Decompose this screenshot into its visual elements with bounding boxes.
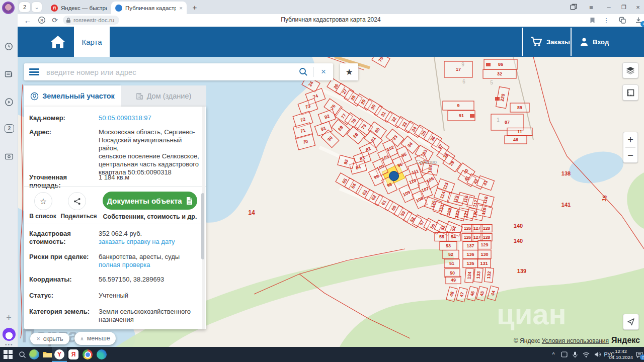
svg-text:127: 127 xyxy=(473,235,480,240)
user-icon xyxy=(579,37,589,47)
clear-search-icon[interactable]: × xyxy=(314,67,333,77)
side-panel-icon[interactable] xyxy=(566,0,581,14)
svg-text:139: 139 xyxy=(517,268,526,274)
tab-list-chevron[interactable]: ⌄ xyxy=(32,2,42,12)
extensions-icon[interactable] xyxy=(616,14,628,26)
browser-tab-active[interactable]: Публичная кадастров... × xyxy=(111,2,187,14)
date: 04.10.2024 xyxy=(609,354,633,360)
chrome-icon[interactable] xyxy=(82,348,94,360)
video-icon[interactable] xyxy=(4,97,14,107)
object-documents-button[interactable]: Документы объекта xyxy=(103,192,197,210)
close-tab-icon[interactable]: × xyxy=(179,5,183,11)
wifi-icon[interactable] xyxy=(582,348,591,360)
scrollbar-thumb[interactable] xyxy=(201,193,204,259)
tab-house[interactable]: Дом (здание) xyxy=(121,85,206,107)
svg-text:137: 137 xyxy=(466,243,474,248)
parcel-129: 129 xyxy=(478,241,491,249)
tray-expand-icon[interactable]: ^ xyxy=(549,348,557,360)
parcel-133: 133 xyxy=(474,267,483,282)
microphone-icon[interactable] xyxy=(571,348,580,360)
parcel-49: 49 xyxy=(446,277,461,284)
tab-title: Публичная кадастров... xyxy=(125,5,176,11)
tabs-counter-icon[interactable]: 2 xyxy=(5,124,14,133)
doc-button-label: Документы объекта xyxy=(107,197,182,205)
svg-text:127: 127 xyxy=(473,226,480,231)
tab-land-parcel[interactable]: Земельный участок xyxy=(24,85,121,107)
svg-text:87: 87 xyxy=(505,120,510,125)
svg-text:11: 11 xyxy=(517,129,522,134)
notifications-icon[interactable]: 2 xyxy=(634,348,644,360)
profile-avatar[interactable] xyxy=(2,2,15,14)
tab-karta[interactable]: Карта xyxy=(74,27,110,57)
divider xyxy=(24,186,206,187)
tab-counter[interactable]: 2 xyxy=(19,2,30,12)
document-icon xyxy=(186,197,193,205)
parcel-32: 32 xyxy=(483,69,516,78)
add-panel-icon[interactable]: + xyxy=(4,313,14,323)
layers-icon xyxy=(626,66,635,74)
browser-tab-yandex[interactable]: Я Яндекс — быстрый поиск xyxy=(47,2,111,14)
kebab-menu-icon[interactable]: ⋮ xyxy=(601,14,611,26)
globe-app-icon[interactable] xyxy=(28,348,40,360)
yandex-app-icon[interactable]: Я xyxy=(67,348,79,360)
share-button[interactable] xyxy=(68,192,86,210)
panel-scrollbar[interactable] xyxy=(202,107,205,329)
add-to-list-label: В список xyxy=(25,213,60,220)
cad-number-link[interactable]: 50:05:0090318:97 xyxy=(99,114,202,122)
taskbar-search-icon[interactable] xyxy=(16,348,28,360)
map-search-bar: × xyxy=(24,63,333,80)
screenshot-icon[interactable] xyxy=(4,151,14,161)
layers-button[interactable] xyxy=(622,62,638,78)
favorites-button[interactable]: ★ xyxy=(340,63,358,80)
zoom-in-button[interactable]: + xyxy=(623,132,637,147)
ruler-icon xyxy=(626,88,635,97)
home-button[interactable] xyxy=(38,27,78,57)
search-icon[interactable] xyxy=(298,67,308,77)
edge-icon[interactable] xyxy=(96,348,108,360)
new-tab-button[interactable]: + xyxy=(189,0,201,14)
area-value: 1 184 кв.м xyxy=(99,173,202,182)
menu-burger-icon[interactable] xyxy=(29,68,39,75)
cost-certificate-link[interactable]: заказать справку на дату xyxy=(99,238,202,246)
feed-icon[interactable] xyxy=(4,69,14,79)
downloads-icon[interactable]: 1 xyxy=(632,14,644,26)
search-input[interactable] xyxy=(45,67,298,77)
svg-text:128: 128 xyxy=(483,235,490,240)
parcel-128: 128 xyxy=(481,234,492,241)
svg-text:14: 14 xyxy=(248,209,255,216)
yandex-favicon: Я xyxy=(51,5,58,12)
login-button[interactable]: Вход xyxy=(579,27,619,57)
risk-check-link[interactable]: полная проверка xyxy=(99,261,202,269)
svg-text:135: 135 xyxy=(466,261,474,266)
terms-link[interactable]: Условия использования xyxy=(542,337,609,344)
start-button[interactable] xyxy=(2,348,14,360)
parcel-info-panel: Земельный участок Дом (здание) Кад.номер… xyxy=(24,85,206,329)
bookmark-icon[interactable] xyxy=(586,14,598,26)
measure-button[interactable] xyxy=(622,84,638,101)
close-window-icon[interactable]: × xyxy=(630,0,644,14)
add-to-list-button[interactable]: ☆ xyxy=(34,192,52,210)
panel-body: Кад.номер: 50:05:0090318:97 Адрес: Моско… xyxy=(24,107,206,329)
risk-value: банкротства, аресты, суды xyxy=(99,253,202,261)
parcel-130: 130 xyxy=(478,250,491,259)
header-divider xyxy=(522,28,523,56)
yandex-logo[interactable]: Яндекс xyxy=(611,336,640,345)
notification-badge: 2 xyxy=(640,354,644,360)
parcel-54: 54 xyxy=(446,233,460,241)
menu-icon[interactable]: ≡ xyxy=(584,0,599,14)
svg-text:18: 18 xyxy=(601,195,608,202)
copyright-text: © Яндекс xyxy=(514,337,540,344)
svg-text:9: 9 xyxy=(461,62,464,67)
volume-icon[interactable] xyxy=(593,348,602,360)
history-icon[interactable] xyxy=(4,41,14,52)
tablet-icon[interactable] xyxy=(559,348,569,360)
yandex-browser-taskbar-icon[interactable]: Y xyxy=(52,347,67,362)
svg-text:54: 54 xyxy=(451,234,456,239)
category-value: Земли сельскохозяйственногоназначения xyxy=(99,308,202,324)
category-label: Категория земель: xyxy=(29,308,100,316)
clock[interactable]: 12:42 04.10.2024 xyxy=(609,348,633,360)
zoom-out-button[interactable]: − xyxy=(623,148,637,163)
locate-button[interactable] xyxy=(623,314,639,330)
restore-icon[interactable]: ❐ xyxy=(616,0,631,14)
minimize-icon[interactable]: – xyxy=(601,0,616,14)
